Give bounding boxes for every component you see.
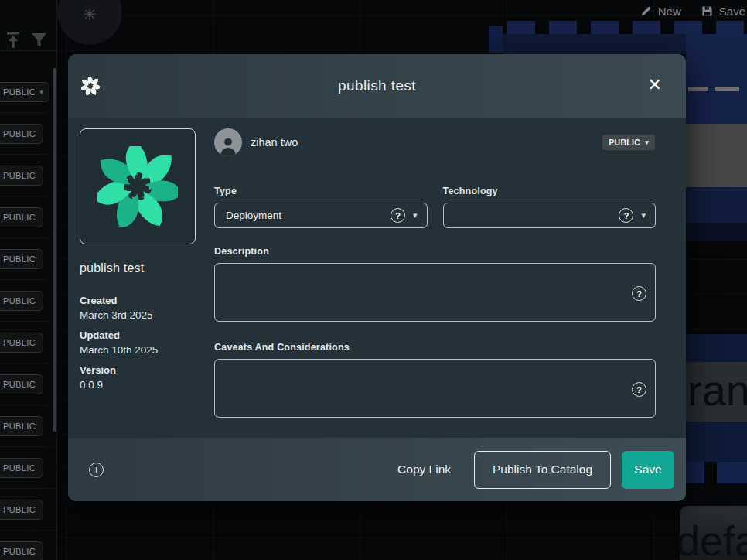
canvas-node [633,21,660,34]
meta-label: Created [80,294,196,308]
sidebar-item-public[interactable]: PUBLIC [0,207,43,227]
chevron-down-icon: ▾ [641,210,646,220]
modal-header: publish test ✕ [68,54,686,118]
canvas-node [716,21,744,34]
sidebar-item-public[interactable]: PUBLIC [0,374,43,394]
canvas-node [549,21,577,34]
help-icon[interactable]: ? [632,382,646,397]
item-thumbnail [80,128,196,244]
meta-value: March 3rd 2025 [80,308,196,323]
visibility-label: PUBLIC [609,138,640,147]
modal-footer: i Copy Link Publish To Catalog Save [68,438,686,501]
sidebar-scrollbar[interactable] [53,68,56,432]
technology-label: Technology [443,186,657,196]
canvas-node [686,187,747,223]
technology-select[interactable]: ? ▾ [443,203,657,228]
sidebar-item-public[interactable]: PUBLIC [0,333,43,353]
sidebar-item-public[interactable]: PUBLIC [0,416,43,436]
caveats-input[interactable] [214,359,656,418]
help-icon[interactable]: ? [632,286,646,301]
person-icon [217,135,239,156]
save-button-top-label: Save [719,5,745,18]
modal-title: publish test [338,77,416,94]
owner-row: zihan two PUBLIC ▾ [214,128,656,156]
canvas-settings-button[interactable]: ✳ [57,0,122,45]
sidebar-visibility-label: PUBLIC [3,87,36,97]
canvas-node [686,223,747,241]
close-icon[interactable]: ✕ [648,75,662,95]
sidebar-visibility-dropdown[interactable]: PUBLIC ▾ [0,82,49,102]
canvas-node [688,87,708,91]
meta-value: March 10th 2025 [80,343,196,357]
app-logo-icon [81,77,100,95]
canvas-node [686,462,704,483]
floppy-icon [701,5,713,17]
item-name: publish test [80,261,196,275]
modal-body: publish test Created March 3rd 2025 Upda… [68,118,686,438]
caveats-label: Caveats And Considerations [214,342,656,353]
help-icon[interactable]: ? [619,208,633,223]
copy-link-button[interactable]: Copy Link [397,463,451,476]
chevron-down-icon: ▾ [413,210,418,220]
info-icon[interactable]: i [89,463,104,477]
save-button-top[interactable]: Save [701,5,745,18]
owner-name: zihan two [251,136,298,149]
description-label: Description [214,246,656,257]
canvas-node [717,462,747,483]
pencil-icon [640,5,652,17]
filter-icon[interactable] [31,32,47,49]
canvas-node [686,34,747,124]
canvas-node [686,422,747,462]
meta-label: Version [80,364,196,377]
sidebar-item-public[interactable]: PUBLIC [0,124,43,144]
publish-modal: publish test ✕ publish test [68,54,686,501]
canvas-node [715,87,739,91]
item-logo-icon [97,146,178,227]
canvas-node [591,21,619,34]
gear-icon: ✳ [83,5,97,24]
sidebar-item-public[interactable]: PUBLIC [0,249,43,269]
new-button[interactable]: New [640,5,681,18]
canvas-node [686,334,747,362]
canvas-node [674,21,702,34]
chevron-down-icon: ▾ [645,138,649,146]
sidebar-item-public[interactable]: PUBLIC [0,458,43,478]
sidebar-item-public[interactable]: PUBLIC [0,291,43,311]
canvas-node [489,26,503,53]
avatar [214,128,242,156]
upload-icon[interactable] [6,32,21,49]
canvas-card-partial-label: defa [680,517,747,560]
canvas-node [686,124,747,187]
chevron-down-icon: ▾ [39,88,43,96]
description-input[interactable] [214,263,656,322]
visibility-dropdown[interactable]: PUBLIC ▾ [602,134,656,151]
type-value: Deployment [226,210,281,221]
canvas-card: ran [686,362,747,422]
canvas-card: defa [680,506,747,560]
sidebar-toolbar [0,0,57,51]
sidebar-item-public[interactable]: PUBLIC [0,500,43,520]
new-button-label: New [658,5,681,18]
sidebar-item-public[interactable]: PUBLIC [0,541,43,560]
help-icon[interactable]: ? [391,208,405,223]
meta-value: 0.0.9 [80,377,196,392]
save-button[interactable]: Save [622,451,674,489]
meta-label: Updated [80,329,196,343]
type-select[interactable]: Deployment ? ▾ [214,203,428,228]
item-meta: Created March 3rd 2025 Updated March 10t… [80,294,196,392]
publish-to-catalog-button[interactable]: Publish To Catalog [474,451,611,489]
sidebar-item-public[interactable]: PUBLIC [0,166,43,186]
sidebar: PUBLIC ▾ PUBLIC PUBLIC PUBLIC PUBLIC PUB… [0,0,57,560]
type-label: Type [214,186,428,196]
canvas-node [507,21,535,34]
canvas-card-partial-label: ran [687,365,747,415]
